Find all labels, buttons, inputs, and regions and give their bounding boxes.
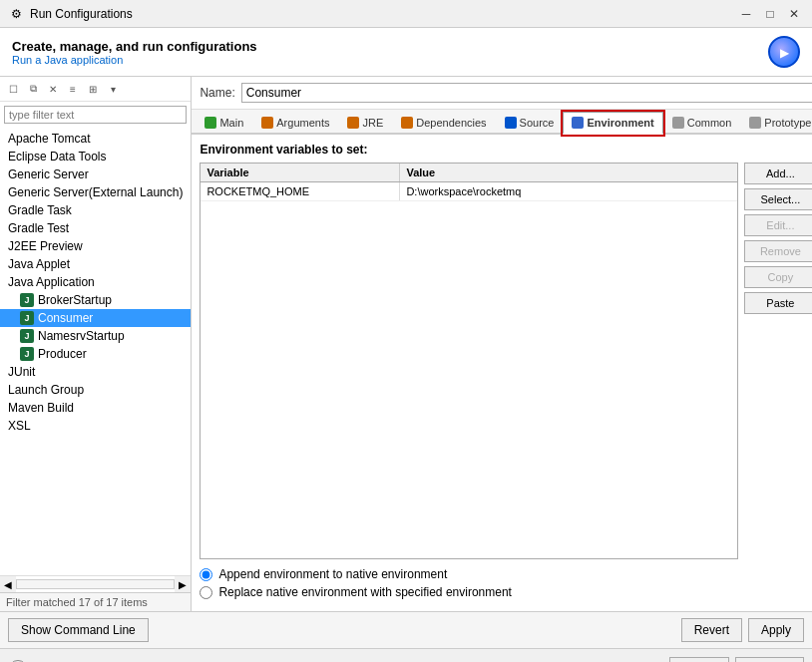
env-btn-copy: Copy [744,266,812,288]
env-table-body[interactable]: ROCKETMQ_HOMED:\workspace\rocketmq [201,182,737,558]
radio-label-0: Append environment to native environment [218,567,447,581]
tab-icon-environment [572,117,584,129]
value-col-header: Value [400,164,737,181]
delete-button[interactable]: ✕ [44,80,62,98]
close-footer-button[interactable]: Close [735,657,804,663]
right-panel: Name: MainArgumentsJREDependenciesSource… [192,77,812,611]
tree-item-label: Maven Build [8,401,74,415]
dialog-subtitle[interactable]: Run a Java application [12,54,257,66]
tree-item[interactable]: Generic Server(External Launch) [0,183,191,201]
env-btn-remove: Remove [744,240,812,262]
tab-label-source: Source [520,117,555,129]
bottom-bar: Show Command Line Revert Apply [0,611,812,648]
tab-label-common: Common [687,117,732,129]
env-btn-add-[interactable]: Add... [744,163,812,184]
apply-button[interactable]: Apply [748,618,804,642]
tree-item-label: Launch Group [8,383,84,397]
env-btn-paste[interactable]: Paste [744,292,812,314]
window-title: Run Configurations [30,7,133,21]
revert-button[interactable]: Revert [681,618,742,642]
footer-bar: ? Run Close [0,648,812,662]
env-btn-select-[interactable]: Select... [744,188,812,210]
env-table: Variable Value ROCKETMQ_HOMED:\workspace… [200,163,738,559]
tree-item-label: JUnit [8,365,35,379]
tab-source[interactable]: Source [496,112,564,133]
search-input[interactable] [4,106,187,124]
tree-item-label: J2EE Preview [8,239,83,253]
env-body: Variable Value ROCKETMQ_HOMED:\workspace… [200,163,812,559]
radio-option-1[interactable]: Replace native environment with specifie… [200,585,812,599]
tree-item[interactable]: Java Application [0,273,191,291]
tree-item-label: BrokerStartup [38,293,112,307]
tab-label-arguments: Arguments [276,117,329,129]
tree-item[interactable]: Launch Group [0,381,191,399]
tree-item[interactable]: Generic Server [0,166,191,183]
scroll-track[interactable] [16,579,175,589]
tab-label-prototype: Prototype [764,117,811,129]
radio-option-0[interactable]: Append environment to native environment [200,567,812,581]
env-value-cell: D:\workspace\rocketmq [400,182,737,200]
run-icon [780,44,789,60]
radio-section: Append environment to native environment… [200,567,812,603]
env-row[interactable]: ROCKETMQ_HOMED:\workspace\rocketmq [201,182,737,201]
tree-item-label: Java Applet [8,257,70,271]
scroll-left-button[interactable]: ◀ [0,576,16,592]
tab-prototype[interactable]: Prototype [740,112,812,133]
tree-item[interactable]: JProducer [0,345,191,363]
duplicate-button[interactable]: ⧉ [24,80,42,98]
close-button[interactable]: ✕ [784,4,804,24]
minimize-button[interactable]: ─ [736,4,756,24]
tree-item[interactable]: Gradle Task [0,201,191,219]
tree-item[interactable]: Apache Tomcat [0,130,191,148]
tree-item[interactable]: JBrokerStartup [0,291,191,309]
run-footer-button[interactable]: Run [669,657,729,663]
tree-item[interactable]: Eclipse Data Tools [0,148,191,166]
filter-status: Filter matched 17 of 17 items [0,592,191,611]
tab-jre[interactable]: JRE [338,112,392,133]
tab-environment[interactable]: Environment [563,112,662,135]
tabs-row: MainArgumentsJREDependenciesSourceEnviro… [192,110,812,135]
header-text: Create, manage, and run configurations R… [12,39,257,66]
title-bar: ⚙ Run Configurations ─ □ ✕ [0,0,812,28]
config-tree: Apache TomcatEclipse Data ToolsGeneric S… [0,128,191,575]
more-button[interactable]: ▾ [104,80,122,98]
tab-arguments[interactable]: Arguments [252,112,338,133]
app-icon: ⚙ [8,6,24,22]
tab-main[interactable]: Main [196,112,252,133]
tree-item[interactable]: J2EE Preview [0,237,191,255]
tree-item[interactable]: JUnit [0,363,191,381]
tree-item-label: XSL [8,419,31,433]
tab-label-main: Main [219,117,243,129]
tree-item-icon: J [20,347,34,361]
radio-label-1: Replace native environment with specifie… [218,585,512,599]
tree-item[interactable]: JNamesrvStartup [0,327,191,345]
env-section-label: Environment variables to set: [200,143,812,157]
main-layout: ☐ ⧉ ✕ ≡ ⊞ ▾ Apache TomcatEclipse Data To… [0,77,812,611]
show-command-line-button[interactable]: Show Command Line [8,618,149,642]
scroll-right-button[interactable]: ▶ [175,576,191,592]
tree-item[interactable]: Gradle Test [0,219,191,237]
tree-item-label: Generic Server(External Launch) [8,185,183,199]
tree-item[interactable]: Maven Build [0,399,191,417]
dialog-header: Create, manage, and run configurations R… [0,28,812,77]
env-table-header: Variable Value [201,164,737,182]
tab-common[interactable]: Common [663,112,741,133]
new-config-button[interactable]: ☐ [4,80,22,98]
tab-dependencies[interactable]: Dependencies [392,112,495,133]
tree-item[interactable]: XSL [0,417,191,435]
tree-item[interactable]: Java Applet [0,255,191,273]
tree-item-label: Gradle Task [8,203,72,217]
radio-input-0[interactable] [200,568,212,581]
name-label: Name: [200,86,234,100]
filter-button[interactable]: ≡ [64,80,82,98]
tree-item-label: Apache Tomcat [8,132,91,146]
run-button[interactable] [768,36,800,68]
radio-input-1[interactable] [200,586,212,599]
export-button[interactable]: ⊞ [84,80,102,98]
maximize-button[interactable]: □ [760,4,780,24]
name-input[interactable] [241,83,812,103]
tab-icon-main [204,117,216,129]
tab-label-dependencies: Dependencies [416,117,486,129]
env-btn-edit-: Edit... [744,214,812,236]
tree-item[interactable]: JConsumer [0,309,191,327]
